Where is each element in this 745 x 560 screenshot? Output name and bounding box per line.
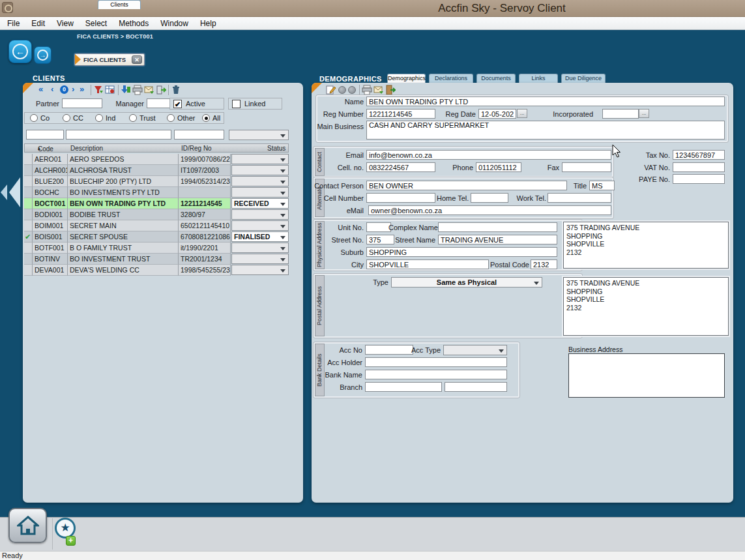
menu-file[interactable]: File (1, 19, 25, 28)
status-dropdown[interactable] (231, 154, 289, 164)
status-dropdown[interactable] (231, 220, 289, 231)
partner-input[interactable] (62, 98, 102, 108)
grid-icon[interactable] (105, 85, 115, 95)
branch-code-input[interactable] (445, 382, 507, 392)
incorporated-input[interactable] (602, 109, 639, 119)
menu-select[interactable]: Select (80, 19, 113, 28)
home-button[interactable] (8, 508, 47, 543)
delete-icon[interactable] (171, 85, 181, 95)
status-filter-dropdown[interactable] (229, 130, 289, 140)
radio-cc[interactable] (63, 114, 70, 122)
active-checkbox[interactable]: ✔ (173, 100, 182, 108)
fax-input[interactable] (562, 162, 611, 172)
status-dropdown[interactable] (231, 265, 289, 275)
cell-no-input[interactable] (366, 162, 435, 172)
menu-help[interactable]: Help (194, 19, 222, 28)
status-dropdown[interactable] (231, 187, 289, 198)
idreg-filter-input[interactable] (174, 130, 224, 140)
cell-number-input[interactable] (366, 193, 435, 203)
reg-date-picker-button[interactable]: ... (517, 109, 527, 118)
complex-name-input[interactable] (438, 222, 557, 232)
menu-window[interactable]: Window (154, 19, 194, 28)
tab-documents[interactable]: Documents (476, 74, 516, 83)
contact-person-input[interactable] (366, 181, 567, 190)
status-dropdown[interactable] (231, 165, 289, 175)
table-row[interactable]: BOIM001SECRET MAIN6502121145410 (24, 220, 289, 231)
work-tel-input[interactable] (548, 193, 611, 203)
close-tab-button[interactable]: ✕ (132, 55, 142, 64)
table-row[interactable]: BOTINVBO INVESTMENT TRUSTTR2001/1234 (24, 254, 289, 265)
previous-record-button[interactable]: ‹ (51, 84, 53, 95)
reg-date-input[interactable] (478, 109, 516, 119)
description-filter-input[interactable] (66, 130, 171, 140)
linked-checkbox[interactable] (232, 100, 241, 108)
tab-demographics[interactable]: Demographics (387, 74, 426, 83)
status-dropdown[interactable]: RECEIVED (231, 198, 289, 209)
export-icon[interactable] (156, 85, 166, 95)
branch-input[interactable] (365, 382, 442, 392)
last-record-button[interactable]: » (80, 84, 84, 95)
status-dropdown[interactable] (231, 243, 289, 253)
first-record-button[interactable]: « (38, 84, 43, 95)
unit-no-input[interactable] (366, 222, 391, 232)
vat-no-input[interactable] (673, 162, 725, 172)
radio-other[interactable] (167, 114, 175, 122)
radio-ind[interactable] (95, 114, 103, 122)
column-idreg[interactable]: ID/Reg No (181, 145, 212, 152)
tab-due-diligence[interactable]: Due Diligence (561, 74, 606, 83)
menu-view[interactable]: View (51, 19, 80, 28)
table-row[interactable]: BOCT001BEN OWN TRADING PTY LTD1221121454… (24, 198, 289, 209)
postal-code-input[interactable] (531, 259, 557, 269)
table-row[interactable]: BLUE200BLUECHIP 200 (PTY) LTD1994/052314… (24, 176, 289, 187)
workspace-tab-fica-clients[interactable]: FICA CLIENTS ✕ (74, 53, 145, 66)
radio-trust[interactable] (129, 114, 137, 122)
tab-links[interactable]: Links (519, 74, 558, 83)
paye-no-input[interactable] (673, 174, 725, 184)
suburb-input[interactable] (366, 247, 557, 257)
table-row[interactable]: BOCHCBO INVESTMENTS PTY LTD (24, 187, 289, 198)
column-description[interactable]: Description (70, 145, 103, 152)
title-input[interactable] (589, 181, 615, 190)
edit-icon[interactable] (326, 85, 336, 95)
table-row[interactable]: ALCHR001ALCHROSA TRUSTIT1097/2003 (24, 165, 289, 176)
radio-co[interactable] (30, 114, 38, 122)
phone-input[interactable] (476, 162, 521, 172)
acc-holder-input[interactable] (365, 357, 507, 367)
filter-icon[interactable] (93, 85, 104, 95)
city-input[interactable] (366, 259, 489, 269)
print-icon[interactable] (132, 85, 143, 95)
menu-methods[interactable]: Methods (113, 19, 154, 28)
reg-number-input[interactable] (366, 109, 435, 119)
column-status[interactable]: Status (267, 145, 285, 152)
status-dropdown[interactable] (231, 254, 289, 264)
street-no-input[interactable] (366, 235, 394, 244)
panel-collapse-handle[interactable] (1, 177, 22, 207)
menu-edit[interactable]: Edit (25, 19, 51, 28)
bank-name-input[interactable] (365, 370, 507, 379)
back-button[interactable]: ← (8, 40, 32, 63)
print-icon[interactable] (362, 85, 372, 95)
tab-clients[interactable]: Clients (98, 0, 141, 9)
table-row[interactable]: BODI001BODIBE TRUST3280/97 (24, 209, 289, 220)
alt-email-input[interactable] (368, 205, 611, 215)
import-icon[interactable] (121, 85, 131, 95)
street-name-input[interactable] (438, 235, 557, 244)
table-row[interactable]: AERO01AERO SPEEDOS1999/007086/22 (24, 154, 289, 165)
table-row[interactable]: DEVA001DEVA'S WELDING CC1998/545255/23 (24, 265, 289, 276)
postal-type-dropdown[interactable]: Same as Physical (391, 277, 542, 287)
next-record-button[interactable]: › (72, 84, 74, 95)
status-dropdown[interactable] (231, 209, 289, 220)
status-dropdown[interactable] (231, 176, 289, 186)
code-filter-input[interactable] (26, 130, 64, 140)
main-business-input[interactable]: CASH AND CARRY SUPERMARKET (366, 121, 725, 140)
exit-icon[interactable] (385, 85, 396, 95)
business-address-box[interactable] (568, 353, 725, 398)
status-dropdown[interactable]: FINALISED (231, 231, 289, 242)
tax-no-input[interactable] (673, 150, 725, 160)
table-row[interactable]: ✔BOIS001SECRET SPOUSE6708081221086FINALI… (24, 231, 289, 243)
email-icon[interactable] (144, 85, 154, 95)
acc-type-dropdown[interactable] (443, 345, 507, 355)
table-row[interactable]: BOTF001B O FAMILY TRUSTit/1990/2201 (24, 243, 289, 254)
tab-declarations[interactable]: Declarations (429, 74, 473, 83)
forward-button[interactable]: → (34, 46, 51, 64)
